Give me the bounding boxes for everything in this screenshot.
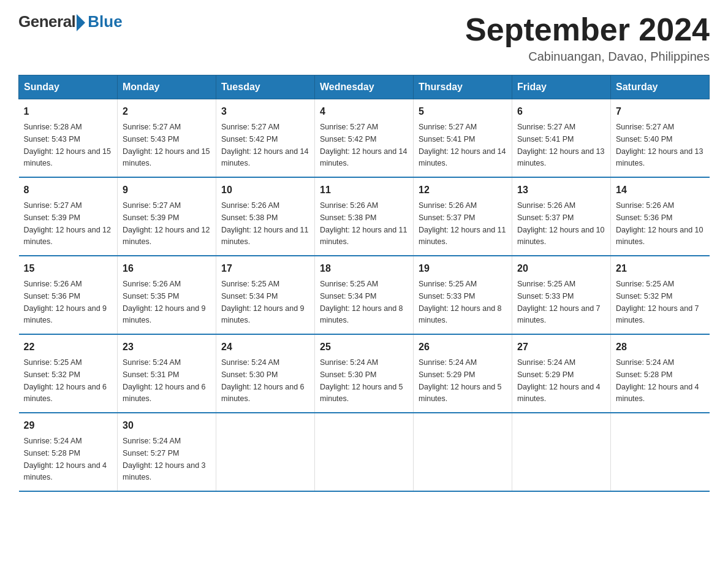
day-info: Sunrise: 5:27 AMSunset: 5:40 PMDaylight:… [616,123,703,167]
calendar-cell: 3 Sunrise: 5:27 AMSunset: 5:42 PMDayligh… [216,99,315,178]
day-info: Sunrise: 5:25 AMSunset: 5:34 PMDaylight:… [320,280,403,324]
day-number: 19 [419,261,507,276]
calendar-cell: 30 Sunrise: 5:24 AMSunset: 5:27 PMDaylig… [118,413,216,491]
title-area: September 2024 Cabinuangan, Davao, Phili… [465,12,710,64]
calendar-week-row: 15 Sunrise: 5:26 AMSunset: 5:36 PMDaylig… [19,256,710,334]
calendar-cell: 10 Sunrise: 5:26 AMSunset: 5:38 PMDaylig… [216,177,315,256]
calendar-cell: 15 Sunrise: 5:26 AMSunset: 5:36 PMDaylig… [19,256,118,334]
day-number: 28 [616,340,705,354]
day-number: 10 [221,183,309,197]
calendar-week-row: 29 Sunrise: 5:24 AMSunset: 5:28 PMDaylig… [19,413,710,491]
day-number: 12 [419,183,507,197]
calendar-cell: 21 Sunrise: 5:25 AMSunset: 5:32 PMDaylig… [611,256,710,334]
day-number: 7 [616,104,705,119]
calendar-cell: 26 Sunrise: 5:24 AMSunset: 5:29 PMDaylig… [414,334,512,413]
day-info: Sunrise: 5:24 AMSunset: 5:27 PMDaylight:… [123,437,206,481]
month-title: September 2024 [465,12,710,47]
day-number: 8 [24,183,113,197]
day-number: 22 [24,340,113,354]
day-info: Sunrise: 5:24 AMSunset: 5:30 PMDaylight:… [221,358,305,403]
day-number: 11 [320,183,408,197]
day-number: 30 [123,418,211,433]
day-number: 18 [320,261,408,276]
calendar-cell: 17 Sunrise: 5:25 AMSunset: 5:34 PMDaylig… [216,256,315,334]
day-number: 6 [517,104,605,119]
calendar-cell [414,413,512,491]
calendar-cell [216,413,315,491]
calendar-table: SundayMondayTuesdayWednesdayThursdayFrid… [18,75,710,492]
day-info: Sunrise: 5:27 AMSunset: 5:39 PMDaylight:… [24,201,111,246]
day-number: 16 [123,261,211,276]
day-info: Sunrise: 5:26 AMSunset: 5:37 PMDaylight:… [517,201,604,246]
day-info: Sunrise: 5:24 AMSunset: 5:29 PMDaylight:… [419,358,502,403]
day-info: Sunrise: 5:26 AMSunset: 5:36 PMDaylight:… [24,280,107,324]
calendar-cell: 7 Sunrise: 5:27 AMSunset: 5:40 PMDayligh… [611,99,710,178]
day-info: Sunrise: 5:24 AMSunset: 5:28 PMDaylight:… [24,437,107,481]
day-info: Sunrise: 5:25 AMSunset: 5:32 PMDaylight:… [24,358,107,403]
calendar-cell: 2 Sunrise: 5:27 AMSunset: 5:43 PMDayligh… [118,99,216,178]
header-saturday: Saturday [611,75,710,99]
logo-triangle-icon [77,14,85,31]
day-number: 9 [123,183,211,197]
calendar-cell [611,413,710,491]
day-number: 14 [616,183,705,197]
day-info: Sunrise: 5:26 AMSunset: 5:37 PMDaylight:… [419,201,506,246]
day-info: Sunrise: 5:24 AMSunset: 5:30 PMDaylight:… [320,358,403,403]
header-monday: Monday [118,75,216,99]
calendar-cell: 25 Sunrise: 5:24 AMSunset: 5:30 PMDaylig… [315,334,414,413]
calendar-week-row: 8 Sunrise: 5:27 AMSunset: 5:39 PMDayligh… [19,177,710,256]
day-info: Sunrise: 5:25 AMSunset: 5:33 PMDaylight:… [517,280,601,324]
calendar-cell: 28 Sunrise: 5:24 AMSunset: 5:28 PMDaylig… [611,334,710,413]
day-number: 21 [616,261,705,276]
calendar-cell: 8 Sunrise: 5:27 AMSunset: 5:39 PMDayligh… [19,177,118,256]
day-info: Sunrise: 5:24 AMSunset: 5:31 PMDaylight:… [123,358,206,403]
calendar-cell: 12 Sunrise: 5:26 AMSunset: 5:37 PMDaylig… [414,177,512,256]
day-number: 26 [419,340,507,354]
day-info: Sunrise: 5:26 AMSunset: 5:36 PMDaylight:… [616,201,703,246]
calendar-cell: 27 Sunrise: 5:24 AMSunset: 5:29 PMDaylig… [512,334,611,413]
calendar-cell: 20 Sunrise: 5:25 AMSunset: 5:33 PMDaylig… [512,256,611,334]
calendar-cell: 5 Sunrise: 5:27 AMSunset: 5:41 PMDayligh… [414,99,512,178]
calendar-cell: 23 Sunrise: 5:24 AMSunset: 5:31 PMDaylig… [118,334,216,413]
header-friday: Friday [512,75,611,99]
day-info: Sunrise: 5:25 AMSunset: 5:33 PMDaylight:… [419,280,502,324]
day-number: 5 [419,104,507,119]
calendar-cell: 13 Sunrise: 5:26 AMSunset: 5:37 PMDaylig… [512,177,611,256]
day-number: 25 [320,340,408,354]
calendar-cell: 29 Sunrise: 5:24 AMSunset: 5:28 PMDaylig… [19,413,118,491]
day-info: Sunrise: 5:27 AMSunset: 5:42 PMDaylight:… [320,123,407,167]
logo-blue-text: Blue [88,12,122,31]
calendar-cell [512,413,611,491]
calendar-cell [315,413,414,491]
calendar-cell: 18 Sunrise: 5:25 AMSunset: 5:34 PMDaylig… [315,256,414,334]
day-number: 15 [24,261,113,276]
day-number: 24 [221,340,309,354]
header-tuesday: Tuesday [216,75,315,99]
calendar-header-row: SundayMondayTuesdayWednesdayThursdayFrid… [19,75,710,99]
day-number: 4 [320,104,408,119]
day-number: 17 [221,261,309,276]
day-number: 13 [517,183,605,197]
day-info: Sunrise: 5:26 AMSunset: 5:38 PMDaylight:… [221,201,308,246]
calendar-week-row: 22 Sunrise: 5:25 AMSunset: 5:32 PMDaylig… [19,334,710,413]
day-number: 2 [123,104,211,119]
calendar-week-row: 1 Sunrise: 5:28 AMSunset: 5:43 PMDayligh… [19,99,710,178]
calendar-cell: 19 Sunrise: 5:25 AMSunset: 5:33 PMDaylig… [414,256,512,334]
calendar-cell: 9 Sunrise: 5:27 AMSunset: 5:39 PMDayligh… [118,177,216,256]
day-info: Sunrise: 5:25 AMSunset: 5:34 PMDaylight:… [221,280,305,324]
day-info: Sunrise: 5:28 AMSunset: 5:43 PMDaylight:… [24,123,111,167]
day-info: Sunrise: 5:27 AMSunset: 5:43 PMDaylight:… [123,123,210,167]
page-header: General Blue September 2024 Cabinuangan,… [18,12,710,64]
header-sunday: Sunday [19,75,118,99]
day-info: Sunrise: 5:25 AMSunset: 5:32 PMDaylight:… [616,280,699,324]
calendar-cell: 22 Sunrise: 5:25 AMSunset: 5:32 PMDaylig… [19,334,118,413]
day-number: 23 [123,340,211,354]
day-number: 3 [221,104,309,119]
day-info: Sunrise: 5:26 AMSunset: 5:35 PMDaylight:… [123,280,206,324]
logo: General Blue [18,12,123,29]
day-info: Sunrise: 5:27 AMSunset: 5:41 PMDaylight:… [517,123,604,167]
calendar-cell: 4 Sunrise: 5:27 AMSunset: 5:42 PMDayligh… [315,99,414,178]
day-info: Sunrise: 5:27 AMSunset: 5:41 PMDaylight:… [419,123,506,167]
day-info: Sunrise: 5:27 AMSunset: 5:39 PMDaylight:… [123,201,210,246]
location-title: Cabinuangan, Davao, Philippines [465,50,710,64]
